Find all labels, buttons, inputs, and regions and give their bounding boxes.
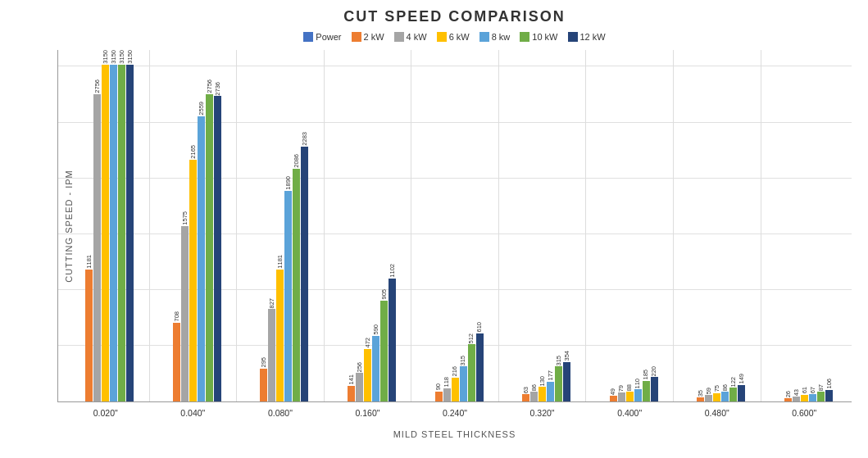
legend-label: 8 kw: [492, 32, 511, 42]
bar-wrap: 512: [468, 50, 475, 401]
x-axis-label: MILD STEEL THICKNESS: [57, 429, 852, 439]
bar-wrap: 708: [173, 50, 180, 401]
bar-wrap: 79: [618, 50, 625, 401]
bar-wrap: [514, 50, 521, 401]
bar-value-label: 63: [523, 387, 529, 393]
bar-value-label: 315: [556, 356, 562, 366]
bar-wrap: 2756: [93, 50, 101, 401]
bar-value-label: 315: [460, 356, 466, 366]
legend-item: 12 kW: [568, 32, 606, 42]
bar-wrap: 216: [452, 50, 459, 401]
bar-wrap: 118: [443, 50, 451, 401]
bar: [206, 94, 213, 401]
bar: [372, 336, 379, 401]
legend-swatch: [568, 32, 578, 42]
bar: [476, 333, 484, 401]
bar-group: 26436167871060.600": [761, 50, 848, 401]
bar: [634, 389, 642, 401]
bar-value-label: 49: [610, 388, 616, 395]
chart-container: CUT SPEED COMPARISON Power2 kW4 kW6 kW8 …: [0, 0, 868, 458]
bar-value-label: 295: [261, 357, 267, 368]
bar: [555, 366, 562, 401]
bars: 6386130177315354: [514, 50, 570, 401]
bar-wrap: [427, 50, 434, 401]
bar-wrap: 177: [547, 50, 554, 401]
bar: [610, 396, 617, 401]
bar: [276, 270, 284, 401]
legend-item: 4 kW: [394, 32, 427, 42]
bar-value-label: 59: [706, 388, 712, 394]
bar: [784, 398, 792, 401]
bars: 1412564725909051102: [339, 50, 396, 401]
legend-swatch: [520, 32, 529, 42]
bar-value-label: 2283: [302, 132, 308, 146]
bar-value-label: 67: [810, 387, 816, 393]
bar-wrap: 1102: [389, 50, 396, 401]
bar-wrap: 827: [268, 50, 275, 401]
x-tick-label: 0.020": [93, 408, 118, 418]
bar-wrap: 2559: [198, 50, 205, 401]
bar-group: 14125647259090511020.160": [325, 50, 412, 401]
bar-value-label: 2559: [198, 102, 205, 116]
bars: 90118216315512610: [427, 50, 484, 401]
bar-wrap: 295: [260, 50, 267, 401]
bar-wrap: 3150: [118, 50, 125, 401]
bar-value-label: 110: [634, 379, 641, 389]
bar-value-label: 610: [476, 322, 483, 333]
legend-label: 12 kW: [580, 32, 606, 42]
bar-group: 708157521652559275627360.040": [150, 50, 238, 401]
bar-wrap: 149: [738, 50, 745, 401]
bar: [713, 393, 720, 401]
x-tick-label: 0.080": [268, 408, 293, 418]
bar-wrap: [77, 50, 84, 401]
bar-value-label: 256: [357, 362, 363, 373]
bar-value-label: 354: [564, 351, 570, 361]
bar-wrap: 35: [697, 50, 704, 401]
bar-value-label: 86: [531, 384, 538, 391]
bar-value-label: 61: [802, 387, 808, 393]
bar-group: 29582711811890208622830.080": [237, 50, 325, 401]
bar: [563, 362, 570, 401]
x-tick-label: 0.160": [355, 408, 379, 418]
bar-value-label: 905: [381, 289, 388, 300]
bars: 118127563150315031503150: [77, 50, 134, 401]
bar-value-label: 130: [539, 376, 546, 387]
bar-wrap: 67: [809, 50, 816, 401]
bar: [356, 373, 363, 401]
bar-value-label: 35: [698, 390, 704, 397]
bar: [173, 323, 180, 401]
bar: [452, 378, 459, 401]
bar: [801, 395, 808, 401]
legend-label: Power: [316, 32, 341, 42]
bar: [618, 392, 625, 401]
bar: [118, 65, 125, 401]
bar: [348, 386, 355, 401]
bar-value-label: 122: [730, 377, 737, 388]
bar-wrap: 185: [643, 50, 650, 401]
bar-wrap: 472: [364, 50, 371, 401]
groups-wrapper: 1181275631503150315031500.020"7081575216…: [58, 50, 852, 401]
legend: Power2 kW4 kW6 kW8 kw10 kW12 kW: [57, 32, 852, 42]
bar-value-label: 1181: [277, 255, 284, 269]
bar: [268, 309, 275, 401]
bar-wrap: 220: [651, 50, 658, 401]
bar: [817, 392, 825, 401]
bar-value-label: 87: [818, 384, 825, 391]
bar-wrap: [688, 50, 696, 401]
bar: [539, 387, 546, 401]
bar: [697, 397, 704, 401]
bar-wrap: 2165: [189, 50, 197, 401]
x-tick-label: 0.480": [705, 408, 729, 418]
bar-wrap: 75: [713, 50, 720, 401]
bar-wrap: 1181: [85, 50, 93, 401]
legend-label: 4 kW: [407, 32, 427, 42]
bar-wrap: [165, 50, 172, 401]
bar: [530, 392, 538, 401]
bar-value-label: 2165: [190, 145, 197, 159]
bar-value-label: 1181: [86, 255, 93, 269]
bar-value-label: 1890: [285, 176, 292, 190]
bar: [85, 270, 93, 401]
chart-area: 1181275631503150315031500.020"7081575216…: [57, 50, 852, 402]
bar-wrap: 590: [372, 50, 379, 401]
bars: 2958271181189020862283: [252, 50, 308, 401]
